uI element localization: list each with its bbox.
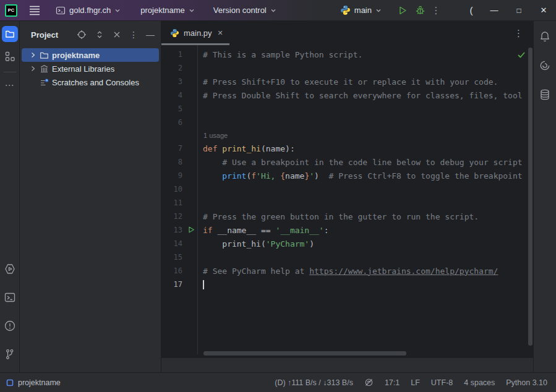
tab-main-py[interactable]: main.py ✕ xyxy=(161,21,229,45)
locate-icon[interactable] xyxy=(77,30,87,40)
code-line-17[interactable]: 17 xyxy=(161,278,527,291)
caret-position[interactable]: 17:1 xyxy=(385,378,400,387)
more-actions-icon[interactable]: ⋮ xyxy=(429,5,443,16)
terminal-tool-button[interactable] xyxy=(2,289,18,305)
ai-assistant-icon[interactable] xyxy=(537,58,553,74)
code-text[interactable]: # Press Shift+F10 to execute it or repla… xyxy=(197,77,527,87)
code-line-8[interactable]: 8 # Use a breakpoint in the code line be… xyxy=(161,155,527,169)
more-tool-windows-icon[interactable]: ⋯ xyxy=(5,80,15,91)
remote-host-selector[interactable]: gold.fhgr.ch xyxy=(52,3,124,18)
gutter-line-7[interactable]: 7 xyxy=(161,142,197,155)
code-text[interactable]: # Press the green button in the gutter t… xyxy=(197,212,527,221)
code-editor[interactable]: 1# This is a sample Python script.23# Pr… xyxy=(161,45,533,357)
tab-close-icon[interactable]: ✕ xyxy=(218,29,223,37)
gutter-line-11[interactable]: 11 xyxy=(161,196,197,210)
code-text[interactable] xyxy=(197,279,527,289)
tree-item-external-libraries[interactable]: External Libraries xyxy=(22,62,159,75)
gutter-line-13[interactable]: 13 xyxy=(161,223,197,237)
code-line-11[interactable]: 11 xyxy=(161,196,527,210)
code-text[interactable]: # Use a breakpoint in the code line belo… xyxy=(197,158,527,167)
crescent-icon[interactable]: ( xyxy=(461,5,482,15)
code-line-4[interactable]: 4# Press Double Shift to search everywhe… xyxy=(161,88,527,102)
notifications-bell-icon[interactable] xyxy=(537,28,553,45)
inspection-ok-icon[interactable] xyxy=(517,51,526,61)
file-encoding[interactable]: UTF-8 xyxy=(431,378,453,387)
gutter-line-2[interactable]: 2 xyxy=(161,61,197,75)
gutter-line-12[interactable]: 12 xyxy=(161,210,197,223)
tree-item-scratches-and-consoles[interactable]: Scratches and Consoles xyxy=(22,75,159,89)
options-icon[interactable]: ⋮ xyxy=(129,30,138,39)
code-line-16[interactable]: 16# See PyCharm help at https://www.jetb… xyxy=(161,264,527,278)
gutter-line-17[interactable]: 17 xyxy=(161,278,197,291)
gutter-line-1[interactable]: 1 xyxy=(161,48,197,61)
code-line-7[interactable]: 7def print_hi(name): xyxy=(161,142,527,155)
tab-label: main.py xyxy=(184,28,212,38)
close-button[interactable]: ✕ xyxy=(531,1,556,20)
horizontal-scrollbar[interactable] xyxy=(203,351,406,356)
line-separator[interactable]: LF xyxy=(411,378,420,387)
line-number: 9 xyxy=(178,171,182,180)
right-tool-rail xyxy=(533,21,556,372)
gutter-line-8[interactable]: 8 xyxy=(161,155,197,169)
git-tool-button[interactable] xyxy=(2,346,18,362)
run-button[interactable] xyxy=(394,2,411,19)
gutter-line-14[interactable]: 14 xyxy=(161,237,197,250)
code-text[interactable]: # Press Double Shift to search everywher… xyxy=(197,91,527,100)
code-text[interactable]: print_hi('PyCharm') xyxy=(197,239,527,249)
services-tool-button[interactable] xyxy=(2,261,18,277)
indent-style[interactable]: 4 spaces xyxy=(464,378,495,387)
expand-collapse-icon[interactable] xyxy=(95,30,105,40)
code-line-5[interactable]: 5 xyxy=(161,102,527,116)
usages-inlay-hint[interactable]: 1 usage xyxy=(161,129,527,142)
project-tool-button[interactable] xyxy=(2,26,18,42)
code-line-6[interactable]: 6 xyxy=(161,116,527,129)
highlighting-level-icon[interactable] xyxy=(364,378,374,387)
vertical-scrollbar[interactable] xyxy=(528,48,532,346)
text-caret xyxy=(203,280,204,289)
token xyxy=(319,171,329,181)
gutter-line-6[interactable]: 6 xyxy=(161,116,197,129)
code-text[interactable]: # This is a sample Python script. xyxy=(197,50,527,59)
code-line-15[interactable]: 15 xyxy=(161,250,527,264)
python-interpreter[interactable]: Python 3.10 xyxy=(506,378,547,387)
problems-tool-button[interactable] xyxy=(2,318,18,334)
status-project-widget[interactable]: projektname xyxy=(6,378,61,387)
code-line-10[interactable]: 10 xyxy=(161,182,527,196)
code-line-13[interactable]: 13if __name__ == '__main__': xyxy=(161,223,527,237)
vcs-widget[interactable]: Version control xyxy=(210,3,280,17)
hide-panel-icon[interactable]: — xyxy=(146,30,155,39)
maximize-button[interactable]: □ xyxy=(507,1,531,20)
structure-tool-button[interactable] xyxy=(2,48,18,64)
gutter-line-3[interactable]: 3 xyxy=(161,75,197,88)
gutter-line-9[interactable]: 9 xyxy=(161,169,197,182)
gutter-line-5[interactable]: 5 xyxy=(161,102,197,116)
code-line-14[interactable]: 14 print_hi('PyCharm') xyxy=(161,237,527,250)
line-number: 2 xyxy=(178,64,182,72)
code-line-1[interactable]: 1# This is a sample Python script. xyxy=(161,48,527,61)
gutter-line-16[interactable]: 16 xyxy=(161,264,197,278)
run-line-button[interactable] xyxy=(187,226,195,234)
chevron-right-icon[interactable] xyxy=(30,52,40,58)
code-line-2[interactable]: 2 xyxy=(161,61,527,75)
collapse-all-icon[interactable] xyxy=(113,30,121,39)
run-configuration-selector[interactable]: main xyxy=(336,2,385,18)
gutter-line-10[interactable]: 10 xyxy=(161,182,197,196)
code-line-9[interactable]: 9 print(f'Hi, {name}') # Press Ctrl+F8 t… xyxy=(161,169,527,182)
project-selector[interactable]: projektname xyxy=(137,3,199,17)
gutter-line-4[interactable]: 4 xyxy=(161,88,197,102)
main-menu-icon[interactable] xyxy=(28,5,41,16)
gutter-line-15[interactable]: 15 xyxy=(161,250,197,264)
tab-options-icon[interactable]: ⋮ xyxy=(514,28,523,39)
chevron-right-icon[interactable] xyxy=(30,66,40,72)
code-line-3[interactable]: 3# Press Shift+F10 to execute it or repl… xyxy=(161,75,527,88)
code-text[interactable]: def print_hi(name): xyxy=(197,144,527,153)
tree-item-projektname[interactable]: projektname xyxy=(22,48,159,62)
debug-button[interactable] xyxy=(411,2,429,19)
database-icon[interactable] xyxy=(537,87,553,103)
project-square-icon xyxy=(6,379,14,386)
code-line-12[interactable]: 12# Press the green button in the gutter… xyxy=(161,210,527,223)
code-text[interactable]: # See PyCharm help at https://www.jetbra… xyxy=(197,266,527,276)
code-text[interactable]: print(f'Hi, {name}') # Press Ctrl+F8 to … xyxy=(197,171,527,181)
code-text[interactable]: if __name__ == '__main__': xyxy=(197,226,527,235)
minimize-button[interactable]: — xyxy=(482,1,507,20)
